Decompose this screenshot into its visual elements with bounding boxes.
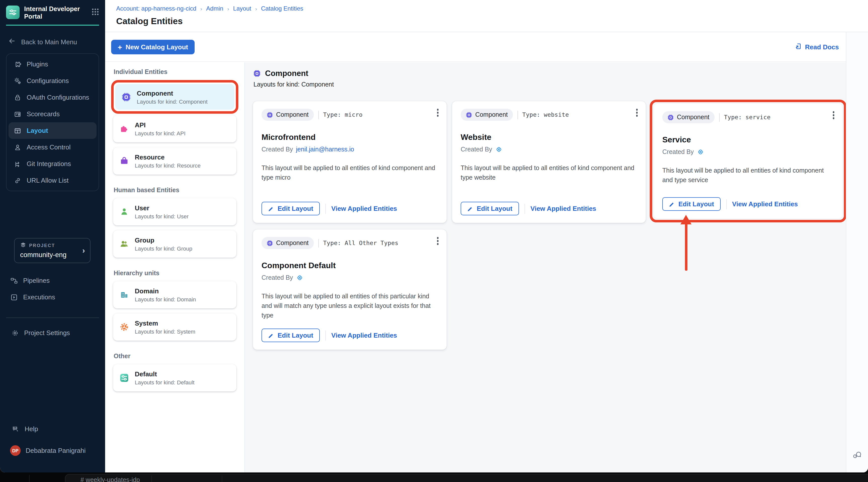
entity-kind-resource[interactable]: Resource Layouts for kind: Resource xyxy=(113,147,236,175)
sidebar-item-url-allow-list[interactable]: URL Allow List xyxy=(8,172,97,189)
user-menu[interactable]: DP Debabrata Panigrahi xyxy=(6,445,99,456)
layout-card-title: Service xyxy=(662,135,834,144)
pencil-icon xyxy=(467,206,473,212)
sidebar-item-help[interactable]: ? Help xyxy=(6,421,99,437)
background-window: # weekly-updates-idp xyxy=(65,474,868,482)
section-label: Individual Entities xyxy=(114,68,236,76)
kebab-menu-icon[interactable] xyxy=(831,110,836,121)
plus-icon: + xyxy=(118,42,122,51)
project-selector[interactable]: PROJECT community-eng › xyxy=(14,238,91,263)
pencil-icon xyxy=(268,206,274,212)
sidebar-item-label: Access Control xyxy=(27,143,71,151)
new-catalog-layout-button[interactable]: + New Catalog Layout xyxy=(111,39,195,54)
logo-row: Internal Developer Portal xyxy=(0,0,105,21)
entity-kind-user[interactable]: User Layouts for kind: User xyxy=(113,198,236,225)
sidebar-divider xyxy=(6,318,99,318)
breadcrumb: Account: app-harness-ng-cicd › Admin › L… xyxy=(116,5,868,12)
sidebar-item-access-control[interactable]: Access Control xyxy=(8,139,97,155)
sidebar-item-label: Help xyxy=(25,425,38,433)
read-docs-link[interactable]: Read Docs xyxy=(795,42,839,52)
layout-card-title: Component Default xyxy=(261,261,438,270)
sidebar-item-layout[interactable]: Layout xyxy=(8,122,97,139)
toolbar: + New Catalog Layout Read Docs xyxy=(105,32,868,62)
brand-divider xyxy=(6,25,99,26)
sidebar-item-git-integrations[interactable]: Git Integrations xyxy=(8,155,97,172)
back-to-main-menu[interactable]: Back to Main Menu xyxy=(0,37,105,46)
layout-card-grid: Component Type: micro Microfrontend Crea… xyxy=(253,101,868,350)
user-name: Debabrata Panigrahi xyxy=(26,447,86,454)
edit-layout-button[interactable]: Edit Layout xyxy=(261,329,320,342)
section-label: Other xyxy=(114,353,236,360)
group-icon xyxy=(119,239,129,249)
breadcrumb-separator: › xyxy=(227,5,229,11)
footer-separator xyxy=(726,199,727,209)
annotation-arrow-icon xyxy=(680,215,691,224)
sidebar-item-label: Layout xyxy=(27,127,48,134)
badge-type-separator xyxy=(517,111,518,119)
view-applied-entities-link[interactable]: View Applied Entities xyxy=(531,205,596,212)
edit-layout-button[interactable]: Edit Layout xyxy=(261,202,320,215)
sidebar-item-label: Pipelines xyxy=(23,277,50,284)
domain-building-icon xyxy=(119,290,129,300)
background-window-strip: # weekly-updates-idp xyxy=(0,473,868,482)
component-chip-icon xyxy=(267,112,273,118)
sidebar-item-oauth-configurations[interactable]: OAuth Configurations xyxy=(8,89,97,106)
badge-type-separator xyxy=(318,111,318,119)
layout-card-description: This layout will be applied to all entit… xyxy=(261,163,436,182)
breadcrumb-admin[interactable]: Admin xyxy=(206,5,223,12)
entity-kind-default[interactable]: Default Layouts for kind: Default xyxy=(113,364,236,391)
entity-kind-system[interactable]: System Layouts for kind: System xyxy=(113,313,236,341)
screen: # weekly-updates-idp Internal Developer … xyxy=(0,0,868,482)
annotation-highlight-box: Component Layouts for kind: Component xyxy=(111,80,238,114)
app-window: Internal Developer Portal xyxy=(0,0,868,473)
layout-card-title: Website xyxy=(461,133,637,142)
arrow-left-icon xyxy=(7,37,16,46)
view-applied-entities-link[interactable]: View Applied Entities xyxy=(332,205,397,212)
sidebar: Internal Developer Portal xyxy=(0,0,105,473)
breadcrumb-account[interactable]: Account: app-harness-ng-cicd xyxy=(116,5,196,12)
component-chip-icon xyxy=(253,69,261,78)
breadcrumb-catalog-entities[interactable]: Catalog Entities xyxy=(261,5,303,12)
kebab-menu-icon[interactable] xyxy=(435,236,440,246)
breadcrumb-layout[interactable]: Layout xyxy=(233,5,251,12)
view-applied-entities-link[interactable]: View Applied Entities xyxy=(332,332,397,339)
view-applied-entities-link[interactable]: View Applied Entities xyxy=(732,200,798,208)
entity-kind-panel: Individual Entities Component Layouts fo… xyxy=(105,62,245,473)
annotation-highlight-box: Component Type: service Service Created … xyxy=(650,100,846,222)
docs-external-icon xyxy=(795,42,802,52)
project-name: community-eng xyxy=(20,251,67,259)
sidebar-item-project-settings[interactable]: Project Settings xyxy=(6,325,99,341)
created-by-label: Created By xyxy=(662,148,694,155)
edit-layout-button[interactable]: Edit Layout xyxy=(662,197,721,211)
kebab-menu-icon[interactable] xyxy=(634,107,639,118)
entity-kind-api[interactable]: API Layouts for kind: API xyxy=(113,115,236,142)
admin-nav-group: Plugins Configurations OAuth Config xyxy=(6,53,99,191)
entity-kind-domain[interactable]: Domain Layouts for kind: Domain xyxy=(113,281,236,308)
sidebar-item-label: Executions xyxy=(23,293,55,301)
component-chip-icon xyxy=(267,240,273,246)
kebab-menu-icon[interactable] xyxy=(435,107,440,118)
layout-type: Type: micro xyxy=(323,111,363,118)
sidebar-item-scorecards[interactable]: Scorecards xyxy=(8,106,97,122)
section-label: Human based Entities xyxy=(114,187,236,194)
system-gear-icon xyxy=(119,322,129,332)
sidebar-item-plugins[interactable]: Plugins xyxy=(8,56,97,72)
created-by-user-link[interactable]: jenil.jain@harness.io xyxy=(296,146,354,153)
entity-kind-component[interactable]: Component Layouts for kind: Component xyxy=(115,84,234,110)
app-title: Internal Developer Portal xyxy=(24,5,82,21)
layout-cards-area: Component Layouts for kind: Component xyxy=(245,62,868,473)
sidebar-item-pipelines[interactable]: Pipelines xyxy=(6,272,99,289)
badge-type-separator xyxy=(719,113,719,121)
apps-grid-icon[interactable] xyxy=(92,8,99,17)
sidebar-item-configurations[interactable]: Configurations xyxy=(8,72,97,89)
sidebar-item-executions[interactable]: Executions xyxy=(6,289,99,305)
sidebar-item-label: Plugins xyxy=(27,60,48,68)
entity-kind-group[interactable]: Group Layouts for kind: Group xyxy=(113,231,236,258)
chat-bubbles-icon[interactable] xyxy=(852,449,862,460)
kind-badge: Component xyxy=(261,109,314,121)
layout-type: Type: service xyxy=(724,114,770,121)
annotation-arrow-line xyxy=(685,223,687,271)
resource-briefcase-icon xyxy=(119,156,129,166)
edit-layout-button[interactable]: Edit Layout xyxy=(461,202,519,215)
sidebar-item-label: Project Settings xyxy=(24,329,70,337)
